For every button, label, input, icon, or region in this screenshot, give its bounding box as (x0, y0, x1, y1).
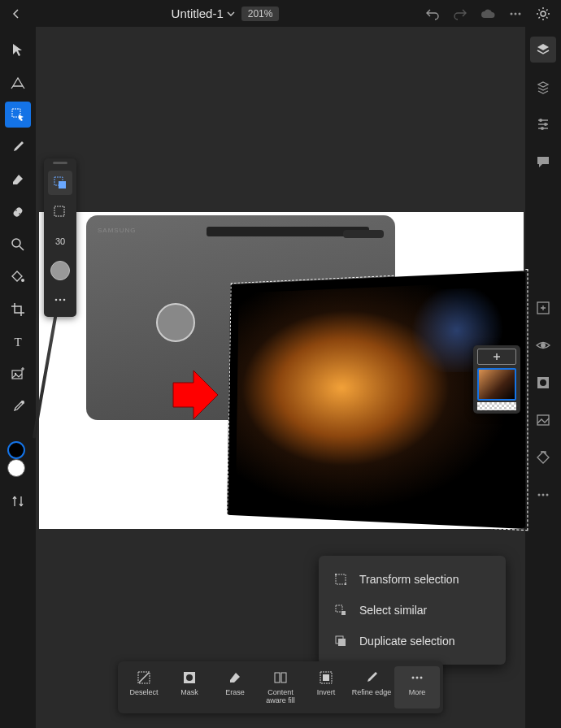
visibility-button[interactable] (530, 332, 556, 358)
flyout-more[interactable] (48, 288, 72, 312)
transform-tool[interactable] (5, 69, 31, 95)
swap-colors-button[interactable] (5, 488, 31, 514)
svg-point-7 (19, 213, 20, 214)
mask-action-button[interactable]: Mask (167, 666, 212, 708)
canvas[interactable]: SAMSUNG (39, 212, 524, 529)
left-toolbar: T (0, 27, 36, 728)
brush-hardness[interactable] (48, 258, 72, 283)
brand-text: SAMSUNG (98, 227, 136, 234)
label: Content aware fill (259, 689, 302, 705)
invert-icon (318, 670, 334, 686)
crop-tool[interactable] (5, 297, 31, 323)
layers-panel[interactable] (530, 37, 556, 63)
back-button[interactable] (7, 4, 26, 24)
svg-point-47 (412, 677, 415, 679)
eraser-tool[interactable] (5, 167, 31, 193)
svg-point-2 (519, 12, 521, 15)
svg-point-25 (546, 494, 549, 496)
floating-add-layer[interactable] (477, 349, 516, 365)
svg-point-24 (542, 494, 545, 496)
label: Refine edge (352, 689, 392, 697)
svg-point-30 (59, 299, 62, 301)
brush-size[interactable]: 30 (48, 229, 72, 254)
deselect-button[interactable]: Deselect (121, 666, 167, 708)
svg-line-40 (139, 673, 149, 682)
svg-point-10 (21, 279, 24, 282)
svg-point-31 (63, 299, 66, 301)
content-aware-fill-icon (272, 670, 289, 686)
more-button[interactable]: More (394, 666, 440, 708)
color-swatches[interactable] (5, 441, 31, 477)
more-panel-button[interactable] (530, 482, 556, 508)
type-tool[interactable]: T (5, 329, 31, 355)
svg-point-49 (420, 677, 423, 679)
svg-line-9 (20, 246, 24, 250)
svg-text:T: T (14, 336, 21, 349)
erase-button[interactable]: Erase (212, 666, 258, 708)
settings-button[interactable] (535, 6, 551, 22)
move-tool[interactable] (5, 37, 31, 63)
svg-rect-27 (59, 181, 66, 188)
svg-point-15 (539, 119, 542, 122)
undo-button[interactable] (424, 6, 441, 22)
layer-props-panel[interactable] (530, 74, 556, 100)
tool-options-flyout[interactable]: 30 (44, 158, 76, 317)
floating-layer-panel[interactable] (473, 345, 520, 414)
overflow-menu-button[interactable] (507, 6, 524, 22)
svg-point-19 (541, 343, 546, 348)
label: Invert (317, 689, 336, 697)
tablet-camera (343, 230, 384, 238)
popup-label: Select similar (359, 604, 427, 617)
heal-tool[interactable] (5, 199, 31, 225)
svg-point-0 (511, 12, 513, 15)
title-text: Untitled-1 (172, 6, 224, 20)
floating-layer-thumb[interactable] (477, 368, 516, 401)
svg-point-17 (541, 127, 544, 130)
mask-icon (181, 670, 198, 686)
image-button[interactable] (530, 407, 556, 433)
add-layer-button[interactable] (530, 295, 556, 321)
svg-rect-5 (12, 206, 24, 218)
zoom-level[interactable]: 201% (241, 6, 280, 21)
svg-rect-34 (345, 583, 346, 585)
mask-button[interactable] (530, 370, 556, 396)
selection-subtract-mode[interactable] (48, 200, 72, 224)
svg-rect-46 (323, 674, 329, 681)
svg-point-14 (21, 401, 24, 404)
svg-point-1 (515, 12, 517, 15)
selection-add-mode[interactable] (48, 171, 72, 195)
flyout-drag-handle[interactable] (53, 162, 67, 164)
eyedropper-tool[interactable] (5, 394, 31, 420)
clear-button[interactable] (530, 444, 556, 470)
content-aware-fill-button[interactable]: Content aware fill (258, 666, 303, 708)
comments-panel[interactable] (530, 149, 556, 175)
select-similar-icon (333, 603, 348, 618)
cloud-sync-button[interactable] (480, 6, 496, 22)
svg-point-3 (541, 11, 546, 16)
document-title[interactable]: Untitled-1 (172, 6, 235, 20)
floating-layer-checker (477, 402, 516, 410)
chevron-down-icon (227, 10, 235, 18)
brush-tool[interactable] (5, 134, 31, 160)
adjustments-panel[interactable] (530, 111, 556, 137)
magnify-tool[interactable] (5, 232, 31, 258)
fill-tool[interactable] (5, 264, 31, 290)
place-tool[interactable] (5, 362, 31, 388)
transform-selection-item[interactable]: Transform selection (319, 564, 506, 595)
select-similar-item[interactable]: Select similar (319, 595, 506, 626)
svg-point-23 (538, 494, 541, 496)
background-color[interactable] (7, 459, 25, 477)
svg-rect-43 (275, 673, 280, 682)
foreground-color[interactable] (7, 441, 25, 459)
more-icon (409, 670, 425, 686)
selection-action-bar: Deselect Mask Erase Content aware fill I… (118, 661, 443, 713)
svg-point-29 (55, 299, 58, 301)
right-toolbar (525, 27, 561, 728)
duplicate-selection-item[interactable]: Duplicate selection (319, 626, 506, 656)
redo-button[interactable] (452, 6, 468, 22)
svg-rect-35 (336, 605, 342, 612)
label: Deselect (129, 689, 158, 697)
refine-edge-button[interactable]: Refine edge (349, 666, 394, 708)
invert-button[interactable]: Invert (303, 666, 349, 708)
selection-tool[interactable] (5, 102, 31, 128)
